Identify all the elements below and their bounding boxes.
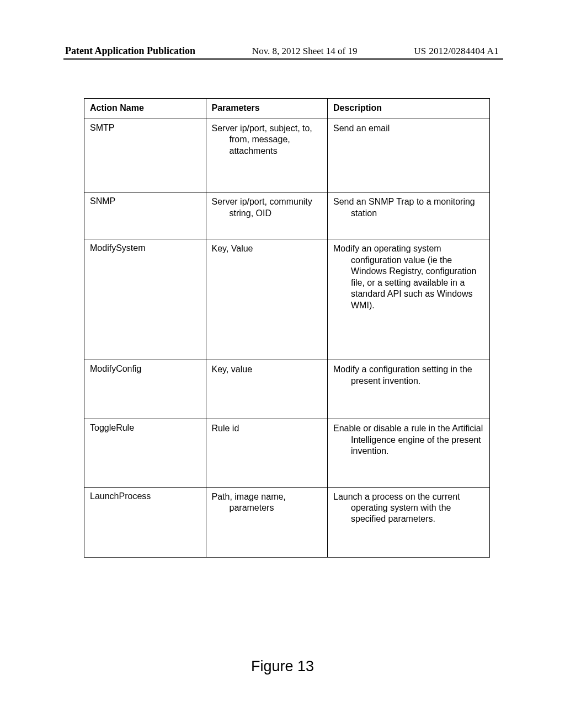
- cell-parameters-text: Server ip/port, subject, to, from, messa…: [212, 123, 322, 157]
- col-header-description: Description: [328, 99, 490, 119]
- cell-description-text: Modify an operating system configuration…: [333, 243, 484, 311]
- table-row: SMTP Server ip/port, subject, to, from, …: [84, 119, 490, 192]
- cell-action-name: ModifySystem: [84, 239, 206, 360]
- table-row: LaunchProcess Path, image name, paramete…: [84, 487, 490, 557]
- cell-action-name: LaunchProcess: [84, 487, 206, 557]
- cell-parameters: Rule id: [206, 419, 328, 487]
- cell-parameters-text: Key, value: [212, 364, 322, 375]
- cell-description: Modify a configuration setting in the pr…: [328, 360, 490, 419]
- cell-action-name: ModifyConfig: [84, 360, 206, 419]
- cell-parameters: Server ip/port, subject, to, from, messa…: [206, 119, 328, 192]
- cell-parameters: Key, value: [206, 360, 328, 419]
- header-center: Nov. 8, 2012 Sheet 14 of 19: [252, 46, 358, 57]
- cell-description: Enable or disable a rule in the Artifici…: [328, 419, 490, 487]
- cell-action-name: SNMP: [84, 192, 206, 239]
- cell-parameters: Path, image name, parameters: [206, 487, 328, 557]
- cell-description-text: Enable or disable a rule in the Artifici…: [333, 423, 484, 457]
- table-header-row: Action Name Parameters Description: [84, 99, 490, 119]
- cell-description: Send an SNMP Trap to a monitoring statio…: [328, 192, 490, 239]
- actions-table: Action Name Parameters Description SMTP …: [84, 98, 490, 558]
- header-right: US 2012/0284404 A1: [414, 46, 499, 57]
- cell-description-text: Modify a configuration setting in the pr…: [333, 364, 484, 387]
- cell-description: Send an email: [328, 119, 490, 192]
- figure-caption: Figure 13: [0, 658, 565, 675]
- cell-action-name: SMTP: [84, 119, 206, 192]
- page-header: Patent Application Publication Nov. 8, 2…: [0, 45, 565, 57]
- cell-description-text: Launch a process on the current operatin…: [333, 491, 484, 525]
- cell-parameters-text: Path, image name, parameters: [212, 491, 322, 514]
- cell-parameters: Key, Value: [206, 239, 328, 360]
- cell-parameters: Server ip/port, community string, OID: [206, 192, 328, 239]
- cell-parameters-text: Server ip/port, community string, OID: [212, 196, 322, 219]
- table-row: ModifyConfig Key, value Modify a configu…: [84, 360, 490, 419]
- header-left: Patent Application Publication: [65, 45, 195, 57]
- cell-description: Launch a process on the current operatin…: [328, 487, 490, 557]
- header-rule: [63, 58, 503, 60]
- table-row: ToggleRule Rule id Enable or disable a r…: [84, 419, 490, 487]
- cell-description: Modify an operating system configuration…: [328, 239, 490, 360]
- table-row: SNMP Server ip/port, community string, O…: [84, 192, 490, 239]
- cell-description-text: Send an email: [333, 123, 484, 134]
- col-header-action-name: Action Name: [84, 99, 206, 119]
- table-row: ModifySystem Key, Value Modify an operat…: [84, 239, 490, 360]
- actions-table-wrap: Action Name Parameters Description SMTP …: [84, 98, 490, 558]
- cell-parameters-text: Rule id: [212, 423, 322, 434]
- col-header-parameters: Parameters: [206, 99, 328, 119]
- cell-parameters-text: Key, Value: [212, 243, 322, 254]
- cell-action-name: ToggleRule: [84, 419, 206, 487]
- cell-description-text: Send an SNMP Trap to a monitoring statio…: [333, 196, 484, 219]
